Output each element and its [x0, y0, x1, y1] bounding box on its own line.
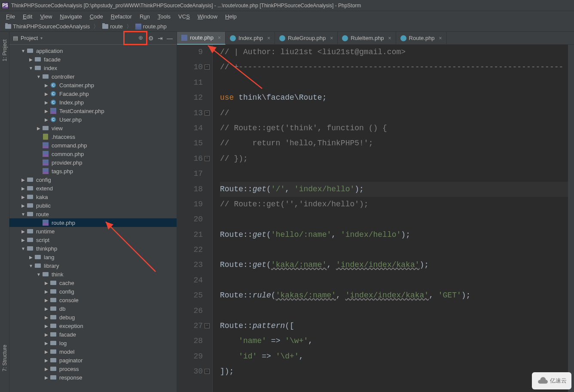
- tree-arrow-icon[interactable]: ▶: [44, 358, 49, 363]
- menu-navigate[interactable]: Navigate: [56, 12, 85, 21]
- editor-tab[interactable]: RuleItem.php×: [338, 32, 396, 45]
- tree-arrow-icon[interactable]: ▼: [21, 212, 26, 217]
- tree-item[interactable]: ▶CContainer.php: [9, 81, 177, 89]
- tree-item[interactable]: ▶debug: [9, 313, 177, 322]
- fold-icon[interactable]: −: [205, 64, 210, 70]
- tree-item[interactable]: ▼thinkphp: [9, 244, 177, 253]
- code-line[interactable]: // return 'hello,ThinkPHP5!';: [220, 136, 568, 151]
- tree-item[interactable]: ▼application: [9, 46, 177, 55]
- tree-arrow-icon[interactable]: ▶: [44, 109, 49, 113]
- close-icon[interactable]: ×: [439, 35, 442, 41]
- editor-tab[interactable]: Route.php×: [396, 32, 447, 45]
- tree-item[interactable]: ▶config: [9, 287, 177, 296]
- tree-arrow-icon[interactable]: ▶: [44, 324, 49, 328]
- tree-item[interactable]: tags.php: [9, 167, 177, 175]
- tree-item[interactable]: ▶exception: [9, 322, 177, 330]
- tree-arrow-icon[interactable]: ▼: [21, 246, 26, 251]
- tree-arrow-icon[interactable]: ▶: [44, 83, 49, 88]
- code-line[interactable]: Route::pattern([: [220, 318, 568, 334]
- editor-tab[interactable]: route.php×: [177, 32, 226, 45]
- structure-tool-tab[interactable]: 7: Structure: [1, 341, 9, 375]
- tree-item[interactable]: command.php: [9, 141, 177, 150]
- menu-help[interactable]: Help: [222, 12, 240, 21]
- tree-arrow-icon[interactable]: ▼: [21, 49, 26, 53]
- tree-arrow-icon[interactable]: ▼: [28, 263, 34, 268]
- close-icon[interactable]: ×: [267, 35, 270, 41]
- code-line[interactable]: Route::get('hello/:name', 'index/hello')…: [220, 227, 568, 242]
- tree-item[interactable]: provider.php: [9, 158, 177, 167]
- tree-item[interactable]: ▶CUser.php: [9, 115, 177, 124]
- menu-tools[interactable]: Tools: [154, 12, 174, 21]
- code-lines[interactable]: // | Author: liu21st <liu21st@gmail.com>…: [212, 45, 568, 392]
- project-tree[interactable]: ▼application▶facade▼index▼controller▶CCo…: [9, 45, 177, 392]
- tree-arrow-icon[interactable]: ▶: [44, 117, 49, 122]
- tree-arrow-icon[interactable]: ▶: [21, 203, 26, 208]
- code-area[interactable]: −−−−− 9101112131415161718192021222324252…: [177, 45, 574, 392]
- tree-item[interactable]: ▶cache: [9, 279, 177, 287]
- tree-arrow-icon[interactable]: ▶: [28, 255, 34, 260]
- tree-item[interactable]: ▶paginator: [9, 356, 177, 364]
- menu-window[interactable]: Window: [194, 12, 221, 21]
- tree-item[interactable]: ▶facade: [9, 55, 177, 64]
- menu-run[interactable]: Run: [136, 12, 153, 21]
- code-line[interactable]: [220, 273, 568, 288]
- tree-item[interactable]: ▶lang: [9, 253, 177, 261]
- hide-icon[interactable]: —: [166, 35, 173, 42]
- tree-item[interactable]: ▼index: [9, 64, 177, 72]
- tree-arrow-icon[interactable]: ▼: [36, 74, 41, 79]
- settings-icon[interactable]: ⚙: [147, 35, 154, 42]
- code-line[interactable]: // +------------------------------------…: [220, 60, 568, 75]
- tree-arrow-icon[interactable]: ▶: [44, 315, 49, 320]
- tree-arrow-icon[interactable]: ▶: [21, 186, 26, 191]
- tree-item[interactable]: ▶db: [9, 304, 177, 313]
- tree-arrow-icon[interactable]: ▶: [21, 238, 26, 242]
- code-line[interactable]: 'id' => '\d+',: [220, 349, 568, 364]
- fold-icon[interactable]: −: [205, 110, 210, 116]
- tree-arrow-icon[interactable]: ▶: [44, 332, 49, 337]
- code-line[interactable]: Route::rule('kakas/:name', 'index/index/…: [220, 288, 568, 303]
- tree-item[interactable]: ▼route: [9, 210, 177, 218]
- tree-item[interactable]: ▶view: [9, 124, 177, 132]
- code-line[interactable]: // Route::get('think', function () {: [220, 121, 568, 136]
- tree-item[interactable]: ▶console: [9, 296, 177, 304]
- menu-code[interactable]: Code: [86, 12, 107, 21]
- menu-vcs[interactable]: VCS: [175, 12, 193, 21]
- close-icon[interactable]: ×: [218, 35, 221, 41]
- code-line[interactable]: Route::get('kaka/:name', 'index/index/ka…: [220, 257, 568, 273]
- dropdown-icon[interactable]: ▾: [40, 36, 43, 40]
- code-line[interactable]: [220, 166, 568, 181]
- editor-scrollbar[interactable]: [568, 45, 574, 392]
- tree-arrow-icon[interactable]: ▶: [44, 341, 49, 346]
- menu-refactor[interactable]: Refactor: [107, 12, 135, 21]
- tree-arrow-icon[interactable]: ▶: [44, 100, 49, 105]
- tree-arrow-icon[interactable]: ▶: [36, 126, 41, 131]
- crumb-0[interactable]: ThinkPHPSourceCodeAnalysis〉: [3, 23, 101, 31]
- tree-item[interactable]: ▶facade: [9, 330, 177, 339]
- close-icon[interactable]: ×: [330, 35, 333, 41]
- tree-item[interactable]: ▼think: [9, 270, 177, 279]
- tree-arrow-icon[interactable]: ▼: [36, 272, 41, 277]
- tree-item[interactable]: ▶runtime: [9, 227, 177, 236]
- collapse-icon[interactable]: ⇥: [157, 35, 164, 42]
- fold-icon[interactable]: −: [205, 156, 210, 161]
- tree-item[interactable]: ▶extend: [9, 184, 177, 193]
- tree-item[interactable]: ▶config: [9, 175, 177, 184]
- tree-arrow-icon[interactable]: ▼: [28, 66, 34, 70]
- tree-item[interactable]: ▶response: [9, 373, 177, 382]
- tree-arrow-icon[interactable]: ▶: [44, 289, 49, 294]
- code-line[interactable]: [220, 242, 568, 257]
- code-line[interactable]: use think\facade\Route;: [220, 90, 568, 105]
- tree-arrow-icon[interactable]: ▶: [44, 375, 49, 380]
- code-line[interactable]: ]);: [220, 364, 568, 379]
- tree-item[interactable]: ▶log: [9, 339, 177, 347]
- code-line[interactable]: [220, 75, 568, 90]
- close-icon[interactable]: ×: [388, 35, 391, 41]
- tree-item[interactable]: ▶script: [9, 236, 177, 244]
- fold-icon[interactable]: −: [205, 323, 210, 328]
- tree-arrow-icon[interactable]: ▶: [21, 195, 26, 199]
- code-line[interactable]: //: [220, 106, 568, 121]
- tree-arrow-icon[interactable]: ▶: [21, 229, 26, 234]
- tree-arrow-icon[interactable]: ▶: [28, 57, 34, 62]
- code-line[interactable]: [220, 212, 568, 227]
- menu-view[interactable]: View: [37, 12, 55, 21]
